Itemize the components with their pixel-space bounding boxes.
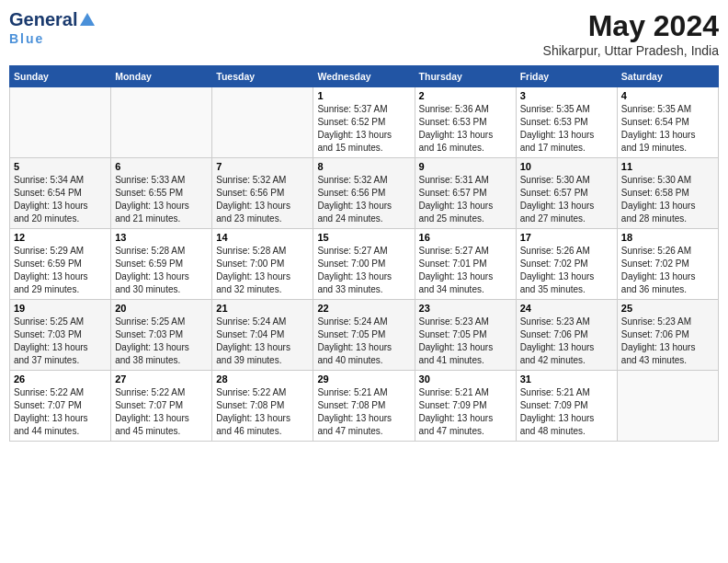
table-row: 4Sunrise: 5:35 AMSunset: 6:54 PMDaylight…: [617, 87, 718, 158]
day-number: 2: [419, 90, 512, 101]
table-row: 18Sunrise: 5:26 AMSunset: 7:02 PMDayligh…: [617, 229, 718, 300]
calendar-week-row: 26Sunrise: 5:22 AMSunset: 7:07 PMDayligh…: [10, 371, 719, 442]
day-number: 8: [317, 161, 410, 172]
day-number: 16: [419, 232, 512, 243]
day-info: Sunrise: 5:22 AMSunset: 7:07 PMDaylight:…: [14, 386, 107, 438]
day-info: Sunrise: 5:30 AMSunset: 6:58 PMDaylight:…: [621, 174, 714, 225]
svg-marker-0: [80, 13, 95, 26]
table-row: 31Sunrise: 5:21 AMSunset: 7:09 PMDayligh…: [516, 371, 617, 442]
day-number: 19: [14, 303, 107, 314]
page-header: General Blue May 2024 Shikarpur, Uttar P…: [9, 9, 719, 58]
day-number: 4: [621, 90, 714, 101]
col-tuesday: Tuesday: [212, 66, 313, 87]
table-row: 25Sunrise: 5:23 AMSunset: 7:06 PMDayligh…: [617, 300, 718, 371]
day-number: 24: [520, 303, 613, 314]
table-row: [111, 87, 212, 158]
title-area: May 2024 Shikarpur, Uttar Pradesh, India: [543, 9, 719, 58]
day-number: 11: [621, 161, 714, 172]
table-row: 2Sunrise: 5:36 AMSunset: 6:53 PMDaylight…: [415, 87, 516, 158]
day-number: 26: [14, 373, 107, 385]
day-number: 18: [621, 232, 714, 243]
day-info: Sunrise: 5:26 AMSunset: 7:02 PMDaylight:…: [621, 245, 714, 296]
day-info: Sunrise: 5:29 AMSunset: 6:59 PMDaylight:…: [14, 245, 107, 296]
calendar-week-row: 12Sunrise: 5:29 AMSunset: 6:59 PMDayligh…: [10, 229, 719, 300]
day-info: Sunrise: 5:31 AMSunset: 6:57 PMDaylight:…: [419, 174, 512, 225]
day-info: Sunrise: 5:30 AMSunset: 6:57 PMDaylight:…: [520, 174, 613, 225]
table-row: 9Sunrise: 5:31 AMSunset: 6:57 PMDaylight…: [415, 158, 516, 229]
table-row: 11Sunrise: 5:30 AMSunset: 6:58 PMDayligh…: [617, 158, 718, 229]
day-number: 7: [216, 161, 309, 172]
day-info: Sunrise: 5:26 AMSunset: 7:02 PMDaylight:…: [520, 245, 613, 296]
table-row: 5Sunrise: 5:34 AMSunset: 6:54 PMDaylight…: [10, 158, 111, 229]
day-info: Sunrise: 5:28 AMSunset: 7:00 PMDaylight:…: [216, 245, 309, 296]
day-info: Sunrise: 5:23 AMSunset: 7:05 PMDaylight:…: [419, 316, 512, 367]
day-number: 1: [317, 90, 410, 101]
location: Shikarpur, Uttar Pradesh, India: [543, 43, 719, 58]
day-number: 21: [216, 303, 309, 314]
table-row: 1Sunrise: 5:37 AMSunset: 6:52 PMDaylight…: [313, 87, 415, 158]
day-info: Sunrise: 5:25 AMSunset: 7:03 PMDaylight:…: [115, 316, 208, 367]
day-info: Sunrise: 5:32 AMSunset: 6:56 PMDaylight:…: [216, 174, 309, 225]
table-row: 3Sunrise: 5:35 AMSunset: 6:53 PMDaylight…: [516, 87, 617, 158]
table-row: 27Sunrise: 5:22 AMSunset: 7:07 PMDayligh…: [111, 371, 212, 442]
table-row: 17Sunrise: 5:26 AMSunset: 7:02 PMDayligh…: [516, 229, 617, 300]
table-row: 26Sunrise: 5:22 AMSunset: 7:07 PMDayligh…: [10, 371, 111, 442]
table-row: 21Sunrise: 5:24 AMSunset: 7:04 PMDayligh…: [212, 300, 313, 371]
day-number: 30: [419, 373, 512, 385]
day-info: Sunrise: 5:28 AMSunset: 6:59 PMDaylight:…: [115, 245, 208, 296]
table-row: 12Sunrise: 5:29 AMSunset: 6:59 PMDayligh…: [10, 229, 111, 300]
day-number: 12: [14, 232, 107, 243]
day-number: 6: [115, 161, 208, 172]
col-monday: Monday: [111, 66, 212, 87]
day-number: 27: [115, 373, 208, 385]
day-info: Sunrise: 5:23 AMSunset: 7:06 PMDaylight:…: [520, 316, 613, 367]
day-info: Sunrise: 5:33 AMSunset: 6:55 PMDaylight:…: [115, 174, 208, 225]
day-info: Sunrise: 5:27 AMSunset: 7:00 PMDaylight:…: [317, 245, 410, 296]
month-year: May 2024: [543, 9, 719, 43]
col-wednesday: Wednesday: [313, 66, 415, 87]
table-row: [617, 371, 718, 442]
day-info: Sunrise: 5:35 AMSunset: 6:54 PMDaylight:…: [621, 103, 714, 155]
day-info: Sunrise: 5:36 AMSunset: 6:53 PMDaylight:…: [419, 103, 512, 155]
day-number: 23: [419, 303, 512, 314]
day-info: Sunrise: 5:24 AMSunset: 7:05 PMDaylight:…: [317, 316, 410, 367]
table-row: 10Sunrise: 5:30 AMSunset: 6:57 PMDayligh…: [516, 158, 617, 229]
col-saturday: Saturday: [617, 66, 718, 87]
col-sunday: Sunday: [10, 66, 111, 87]
day-info: Sunrise: 5:24 AMSunset: 7:04 PMDaylight:…: [216, 316, 309, 367]
table-row: 23Sunrise: 5:23 AMSunset: 7:05 PMDayligh…: [415, 300, 516, 371]
table-row: 8Sunrise: 5:32 AMSunset: 6:56 PMDaylight…: [313, 158, 415, 229]
day-info: Sunrise: 5:27 AMSunset: 7:01 PMDaylight:…: [419, 245, 512, 296]
table-row: 14Sunrise: 5:28 AMSunset: 7:00 PMDayligh…: [212, 229, 313, 300]
table-row: 20Sunrise: 5:25 AMSunset: 7:03 PMDayligh…: [111, 300, 212, 371]
day-info: Sunrise: 5:25 AMSunset: 7:03 PMDaylight:…: [14, 316, 107, 367]
day-info: Sunrise: 5:34 AMSunset: 6:54 PMDaylight:…: [14, 174, 107, 225]
day-number: 3: [520, 90, 613, 101]
calendar-week-row: 1Sunrise: 5:37 AMSunset: 6:52 PMDaylight…: [10, 87, 719, 158]
day-number: 28: [216, 373, 309, 385]
day-number: 9: [419, 161, 512, 172]
table-row: 30Sunrise: 5:21 AMSunset: 7:09 PMDayligh…: [415, 371, 516, 442]
logo-blue: Blue: [9, 31, 44, 46]
day-number: 5: [14, 161, 107, 172]
day-number: 15: [317, 232, 410, 243]
calendar-week-row: 5Sunrise: 5:34 AMSunset: 6:54 PMDaylight…: [10, 158, 719, 229]
col-friday: Friday: [516, 66, 617, 87]
table-row: 29Sunrise: 5:21 AMSunset: 7:08 PMDayligh…: [313, 371, 415, 442]
day-number: 25: [621, 303, 714, 314]
logo-general: General: [9, 9, 77, 30]
day-info: Sunrise: 5:23 AMSunset: 7:06 PMDaylight:…: [621, 316, 714, 367]
day-info: Sunrise: 5:21 AMSunset: 7:09 PMDaylight:…: [520, 386, 613, 438]
calendar-table: Sunday Monday Tuesday Wednesday Thursday…: [9, 65, 719, 442]
table-row: [212, 87, 313, 158]
day-number: 13: [115, 232, 208, 243]
day-info: Sunrise: 5:35 AMSunset: 6:53 PMDaylight:…: [520, 103, 613, 155]
col-thursday: Thursday: [415, 66, 516, 87]
calendar-week-row: 19Sunrise: 5:25 AMSunset: 7:03 PMDayligh…: [10, 300, 719, 371]
table-row: 22Sunrise: 5:24 AMSunset: 7:05 PMDayligh…: [313, 300, 415, 371]
day-info: Sunrise: 5:21 AMSunset: 7:09 PMDaylight:…: [419, 386, 512, 438]
table-row: [10, 87, 111, 158]
day-number: 20: [115, 303, 208, 314]
table-row: 19Sunrise: 5:25 AMSunset: 7:03 PMDayligh…: [10, 300, 111, 371]
table-row: 28Sunrise: 5:22 AMSunset: 7:08 PMDayligh…: [212, 371, 313, 442]
